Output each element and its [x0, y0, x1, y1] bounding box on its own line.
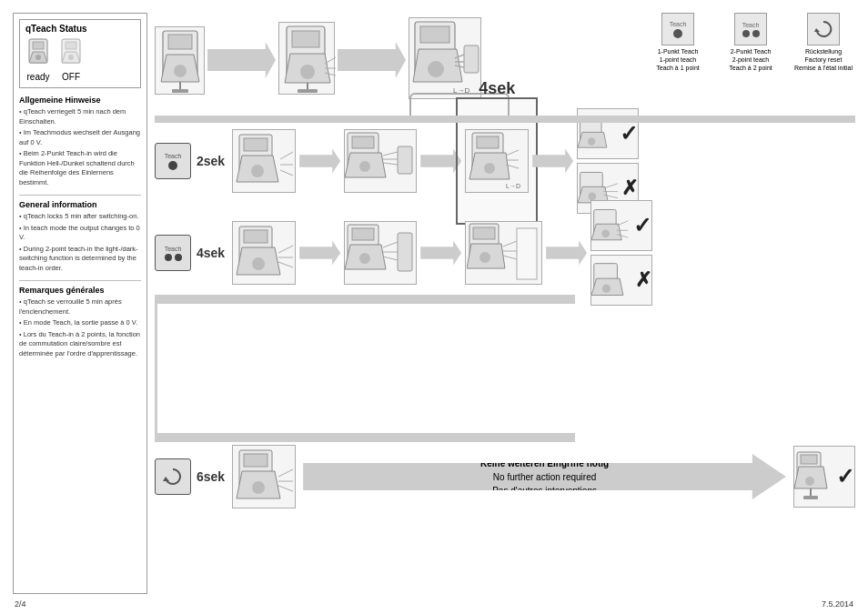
svg-rect-5: [66, 42, 76, 49]
top-device-1: [155, 26, 205, 95]
connector-bar-mid: [155, 295, 575, 304]
status-title: qTeach Status: [25, 24, 135, 34]
flow-r2-d3-icon: [467, 221, 541, 285]
flow-r1-d1-icon: [235, 132, 294, 191]
svg-rect-49: [477, 136, 499, 148]
svg-point-3: [35, 55, 41, 60]
svg-point-83: [479, 252, 490, 263]
top-device-1-icon: [156, 27, 206, 96]
svg-rect-27: [464, 45, 479, 73]
english-bullet-1: qTeach locks 5 min after switching-on.: [19, 212, 141, 222]
svg-rect-73: [352, 228, 374, 240]
svg-rect-106: [801, 455, 817, 464]
svg-point-58: [588, 137, 595, 145]
connector-bar-top: [155, 116, 855, 123]
legend-2point-text: 2-Punkt Teach 2-point teach Teach à 2 po…: [729, 47, 772, 72]
svg-line-52: [506, 150, 519, 156]
svg-line-45: [383, 152, 398, 156]
svg-line-71: [278, 262, 293, 267]
svg-point-75: [359, 253, 370, 264]
legend-reset: Rückstellung Factory reset Remise à l'ét…: [792, 13, 855, 72]
legend-1p-fr: Teach à 1 point: [656, 64, 699, 72]
separator-2: [19, 280, 141, 281]
svg-line-39: [280, 170, 293, 176]
svg-marker-32: [814, 28, 820, 32]
svg-point-36: [251, 165, 264, 177]
legend-1point-text: 1-Punkt Teach 1-point teach Teach à 1 po…: [656, 47, 699, 72]
flow-r2-arrow-2: [420, 237, 461, 268]
page-number: 2/4: [15, 599, 26, 609]
main-content: L→D Teach 1-Punkt Teach 1-point teach Te…: [155, 13, 855, 594]
time-6sek: 6sek: [197, 469, 225, 484]
svg-line-79: [383, 257, 398, 260]
banner-text-en: No further action required: [480, 470, 609, 484]
info-section-german: Allgemeine Hinweise qTeach verriegelt 5 …: [19, 96, 141, 187]
top-device-3-icon: L→D: [409, 18, 482, 100]
connector-bar-bot: [155, 433, 575, 442]
svg-rect-110: [803, 496, 818, 499]
status-ready-label: ready: [26, 72, 49, 82]
crossmark-r2: ✗: [635, 268, 651, 292]
legend-reset-text: Rückstellung Factory reset Remise à l'ét…: [794, 47, 853, 72]
flow-r1-d2-icon: [345, 130, 416, 192]
svg-rect-13: [172, 89, 188, 93]
svg-line-104: [278, 486, 293, 491]
ready-device-icon: [25, 37, 51, 70]
flow-r2-device-2: [344, 221, 417, 285]
info-title-english: General information: [19, 200, 141, 209]
svg-line-87: [503, 256, 517, 259]
info-title-french: Remarques générales: [19, 286, 141, 295]
flow-r1-arrow-1: [299, 146, 340, 176]
svg-line-69: [278, 246, 293, 253]
svg-rect-19: [298, 89, 318, 93]
status-images: ready OFF: [25, 37, 135, 82]
time-2sek: 2sek: [197, 154, 225, 168]
banner-text-fr: Pas d'autres interventions: [480, 484, 609, 498]
svg-line-91: [617, 221, 628, 226]
result-cross-r2: ✗: [590, 255, 652, 306]
checkmark-r3: ✓: [836, 464, 854, 489]
teach-label-icon: Teach: [670, 21, 687, 27]
svg-line-62: [603, 183, 618, 187]
status-off-label: OFF: [62, 72, 80, 82]
english-bullet-2: In teach mode the output changes to 0 V.: [19, 224, 141, 243]
banner-text: Keine weiteren Eingriffe nötig No furthe…: [480, 457, 609, 498]
svg-rect-99: [244, 454, 267, 467]
svg-rect-34: [244, 138, 267, 151]
legend-r-fr: Remise à l'état initial: [794, 64, 853, 72]
flow-row-3: 6sek Keine weiteren Eingriffe nötig No f…: [155, 440, 855, 513]
status-box: qTeach Status ready: [19, 19, 141, 88]
french-bullet-3: Lors du Teach-in à 2 points, la fonction…: [19, 330, 141, 359]
teach-dot-1: [673, 29, 682, 38]
legend-2point: Teach 2-Punkt Teach 2-point teach Teach …: [719, 13, 782, 72]
svg-point-17: [300, 65, 315, 79]
top-device-3: L→D: [409, 17, 481, 99]
info-title-german: Allgemeine Hinweise: [19, 96, 141, 105]
flow-r2-d2-icon: [345, 222, 416, 284]
french-bullet-2: En mode Teach, la sortie passe à 0 V.: [19, 318, 141, 328]
svg-point-68: [252, 257, 265, 270]
svg-rect-9: [168, 35, 192, 49]
separator-1: [19, 195, 141, 196]
page-footer: 2/4 7.5.2014: [15, 599, 853, 609]
flow-r2-device-1: [232, 221, 296, 285]
svg-marker-97: [163, 477, 169, 481]
svg-line-77: [383, 242, 398, 247]
german-bullet-2: Im Teachmodus wechselt der Ausgang auf 0…: [19, 128, 141, 147]
svg-point-7: [68, 55, 74, 60]
svg-rect-1: [33, 42, 44, 49]
svg-point-26: [428, 61, 444, 77]
flow-r1-results: ✓ ✗: [577, 108, 639, 214]
svg-point-11: [174, 65, 187, 77]
connector-vert-left: [155, 295, 157, 442]
flow-r3-device-1: [232, 445, 296, 508]
info-section-english: General information qTeach locks 5 min a…: [19, 200, 141, 273]
svg-line-102: [278, 469, 293, 477]
crossmark-r1: ✗: [621, 176, 638, 200]
french-bullet-1: qTeach se verrouille 5 min après l'encle…: [19, 297, 141, 317]
svg-line-85: [503, 241, 517, 247]
svg-point-101: [252, 481, 265, 494]
top-device-2: [278, 22, 335, 95]
legend-2p-en: 2-point teach: [729, 55, 772, 64]
legend-1p-en: 1-point teach: [656, 55, 699, 64]
